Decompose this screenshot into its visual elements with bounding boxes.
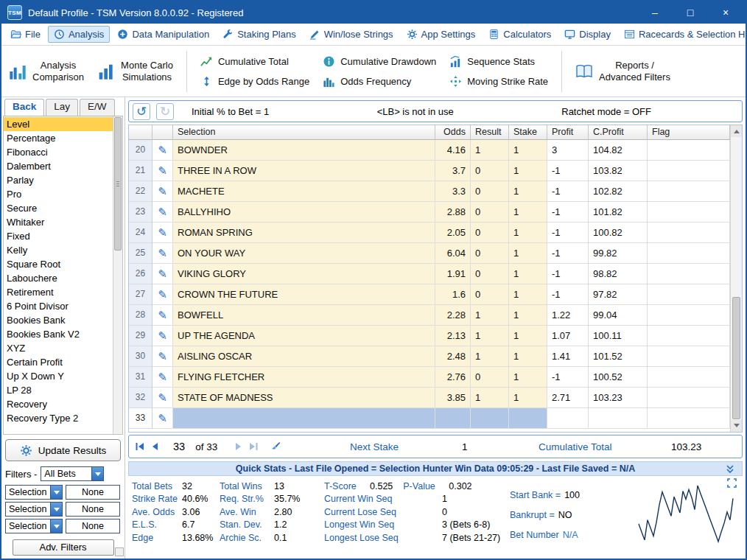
cell-selection[interactable]: CROWN THE FUTURE — [173, 284, 435, 305]
menu-item-racecards-selection-hunter[interactable]: Racecards & Selection Hunter — [618, 26, 747, 43]
cell-selection[interactable]: FLYING FLETCHER — [173, 367, 435, 388]
cell-result[interactable]: 1 — [471, 140, 509, 161]
expand-icon[interactable] — [727, 478, 737, 490]
chevron-down-icon[interactable] — [50, 519, 62, 533]
plan-item-recovery-type-2[interactable]: Recovery Type 2 — [4, 411, 113, 425]
cell-selection[interactable]: BALLYHIHO — [173, 202, 435, 223]
filters-dropdown[interactable]: All Bets — [41, 466, 104, 481]
plan-item-secure[interactable]: Secure — [4, 201, 113, 215]
column-header-profit[interactable]: Profit — [547, 125, 589, 140]
menu-item-app-settings[interactable]: App Settings — [401, 26, 482, 43]
cell-result[interactable]: 1 — [471, 388, 509, 408]
cell-selection[interactable]: VIKING GLORY — [173, 264, 435, 284]
edit-row-button[interactable]: ✎ — [152, 346, 173, 367]
plan-item-lp-28[interactable]: LP 28 — [4, 383, 113, 397]
cell-stake[interactable]: 1 — [509, 388, 547, 408]
chevron-down-icon[interactable] — [50, 486, 62, 499]
last-record-icon[interactable] — [248, 441, 259, 452]
cell-odds[interactable]: 1.6 — [435, 284, 471, 305]
plan-item-bookies-bank-v2[interactable]: Bookies Bank V2 — [4, 327, 113, 341]
column-header-stake[interactable]: Stake — [509, 125, 547, 140]
redo-icon[interactable]: ↻ — [156, 103, 174, 120]
edit-row-button[interactable]: ✎ — [152, 367, 173, 388]
edit-row-button[interactable]: ✎ — [152, 388, 173, 408]
plan-item-parlay[interactable]: Parlay — [4, 173, 113, 187]
cell-odds[interactable]: 3.85 — [435, 388, 471, 408]
cell-stake[interactable]: 1 — [509, 305, 547, 326]
edit-row-button[interactable]: ✎ — [152, 202, 173, 223]
edit-row-button[interactable]: ✎ — [152, 284, 173, 305]
plan-item-whitaker[interactable]: Whitaker — [4, 215, 113, 229]
cell-odds[interactable]: 4.16 — [435, 140, 471, 161]
plan-item-pro[interactable]: Pro — [4, 187, 113, 201]
cell-result[interactable]: 0 — [471, 202, 509, 223]
cell-odds[interactable]: 3.7 — [435, 161, 471, 181]
next-record-icon[interactable] — [234, 441, 244, 452]
scroll-down-icon[interactable] — [731, 420, 742, 432]
column-header-result[interactable]: Result — [471, 125, 509, 140]
menu-item-staking-plans[interactable]: Staking Plans — [217, 26, 302, 43]
scroll-up-icon[interactable] — [731, 125, 742, 137]
plan-item-retirement[interactable]: Retirement — [4, 285, 113, 299]
cell-stake[interactable]: 1 — [509, 326, 547, 346]
cell-result[interactable]: 0 — [471, 264, 509, 284]
cell-stake[interactable]: 1 — [509, 223, 547, 243]
plan-item-labouchere[interactable]: Labouchere — [4, 271, 113, 285]
ribbon-item-reports-advanced-filters[interactable]: Reports /Advanced Filters — [575, 60, 670, 83]
cell-stake[interactable]: 1 — [509, 243, 547, 264]
selection-filter-value[interactable]: None — [66, 502, 120, 517]
edit-row-button[interactable]: ✎ — [152, 161, 173, 181]
ribbon-item-cumulative-drawdown[interactable]: Cumulative Drawdown — [323, 55, 436, 68]
ribbon-item-analysis-comparison[interactable]: AnalysisComparison — [9, 60, 84, 83]
edit-row-button[interactable]: ✎ — [152, 264, 173, 284]
plan-item-dalembert[interactable]: Dalembert — [4, 159, 113, 173]
column-header-selection[interactable]: Selection — [173, 125, 435, 140]
plan-item-square-root[interactable]: Square Root — [4, 257, 113, 271]
cell-stake[interactable]: 1 — [509, 367, 547, 388]
brush-icon[interactable] — [270, 441, 281, 452]
menu-item-win-lose-strings[interactable]: Win/lose Strings — [304, 26, 399, 43]
cell-result[interactable]: 0 — [471, 243, 509, 264]
maximize-button[interactable]: □ — [684, 7, 697, 18]
edit-row-button[interactable]: ✎ — [152, 243, 173, 264]
resize-grip[interactable] — [115, 547, 124, 556]
edit-row-button[interactable]: ✎ — [152, 223, 173, 243]
chevron-down-icon[interactable] — [50, 503, 62, 516]
selection-filter-dropdown[interactable]: Selection — [5, 502, 63, 517]
plan-item-certain-profit[interactable]: Certain Profit — [4, 355, 113, 369]
plan-item-bookies-bank[interactable]: Bookies Bank — [4, 313, 113, 327]
menu-item-display[interactable]: Display — [558, 26, 617, 43]
cell-selection[interactable]: ROMAN SPRING — [173, 223, 435, 243]
update-results-button[interactable]: Update Results — [5, 439, 121, 461]
plan-item-6-point-divisor[interactable]: 6 Point Divisor — [4, 299, 113, 313]
cell-result[interactable] — [471, 408, 509, 429]
cell-odds[interactable]: 1.91 — [435, 264, 471, 284]
cell-result[interactable]: 1 — [471, 305, 509, 326]
cell-result[interactable]: 0 — [471, 181, 509, 202]
cell-selection[interactable]: UP THE AGENDA — [173, 326, 435, 346]
tab-e-w[interactable]: E/W — [80, 99, 115, 116]
plan-item-level[interactable]: Level — [4, 117, 113, 131]
ribbon-item-edge-by-odds-range[interactable]: Edge by Odds Range — [200, 75, 309, 88]
cell-selection[interactable]: THREE IN A ROW — [173, 161, 435, 181]
cell-stake[interactable]: 1 — [509, 202, 547, 223]
table-scrollbar[interactable] — [730, 125, 742, 432]
selection-filter-dropdown[interactable]: Selection — [5, 519, 63, 533]
plan-list-scrollbar[interactable] — [113, 116, 122, 434]
plan-item-fixed[interactable]: Fixed — [4, 229, 113, 243]
scrollbar-thumb[interactable] — [114, 117, 122, 251]
close-button[interactable]: × — [719, 7, 732, 18]
menu-item-analysis[interactable]: Analysis — [48, 26, 110, 43]
tab-lay[interactable]: Lay — [46, 99, 78, 116]
cell-odds[interactable]: 3.3 — [435, 181, 471, 202]
cell-result[interactable]: 0 — [471, 223, 509, 243]
cell-odds[interactable]: 2.05 — [435, 223, 471, 243]
cell-result[interactable]: 0 — [471, 284, 509, 305]
adv-filters-button[interactable]: Adv. Filters — [13, 539, 114, 556]
ribbon-item-moving-strike-rate[interactable]: Moving Strike Rate — [449, 75, 548, 88]
cell-result[interactable]: 1 — [471, 326, 509, 346]
plan-item-up-x-down-y[interactable]: Up X Down Y — [4, 369, 113, 383]
cell-odds[interactable]: 2.28 — [435, 305, 471, 326]
ribbon-item-odds-frequency[interactable]: Odds Frequency — [323, 75, 436, 88]
cell-result[interactable]: 1 — [471, 346, 509, 367]
